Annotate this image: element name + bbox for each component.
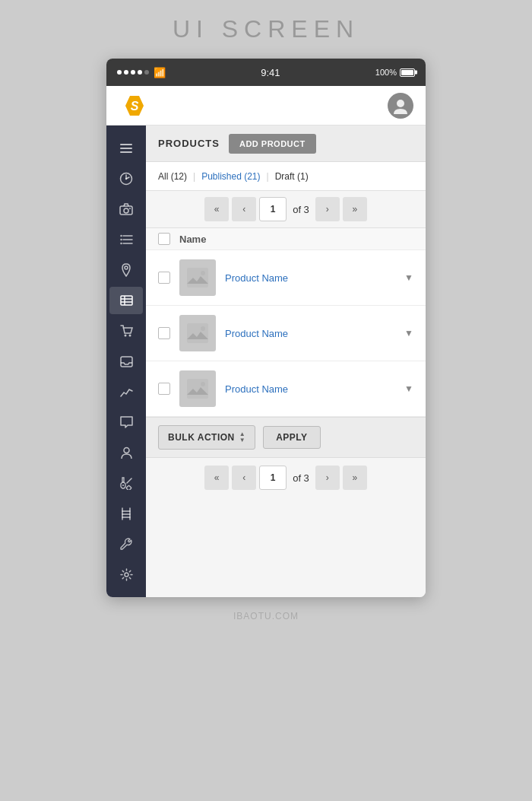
svg-line-25 <box>127 478 131 483</box>
last-page-button[interactable]: » <box>343 197 367 221</box>
content-header: PRODUCTS ADD PRODUCT <box>146 126 426 162</box>
sidebar-item-dashboard[interactable] <box>109 165 143 192</box>
tool-icon <box>120 477 132 490</box>
sidebar-item-pin[interactable] <box>109 256 143 284</box>
products-tab[interactable]: PRODUCTS <box>158 138 220 149</box>
avatar[interactable] <box>388 93 413 119</box>
sidebar-item-plugin[interactable] <box>109 500 143 527</box>
sidebar-item-list[interactable] <box>109 226 143 253</box>
select-all-checkbox[interactable] <box>158 233 170 245</box>
current-page-button[interactable]: 1 <box>259 197 287 221</box>
sidebar-item-products[interactable] <box>109 287 143 314</box>
svg-point-11 <box>120 235 122 237</box>
battery-icon <box>400 68 415 77</box>
prev-page-button[interactable]: ‹ <box>232 197 256 221</box>
bulk-action-bar: BULK ACTION ▲ ▼ APPLY <box>146 417 426 458</box>
product-info-3: Product Name <box>225 383 288 395</box>
dot3 <box>131 70 135 75</box>
first-page-button-bottom[interactable]: « <box>204 466 229 490</box>
product-name-3[interactable]: Product Name <box>225 383 288 395</box>
pagination-top: « ‹ 1 of 3 › » <box>146 191 426 228</box>
svg-point-14 <box>125 266 128 269</box>
product-dropdown-3[interactable]: ▼ <box>404 383 413 394</box>
product-info-1: Product Name <box>225 272 288 284</box>
svg-point-6 <box>124 208 128 213</box>
wrench-icon <box>120 538 132 551</box>
svg-point-13 <box>120 243 122 244</box>
sidebar-item-settings[interactable] <box>109 561 143 588</box>
settings-icon <box>120 568 133 581</box>
wifi-icon: 📶 <box>154 67 166 78</box>
sidebar-item-chat[interactable] <box>109 408 143 436</box>
sidebar <box>106 126 146 597</box>
image-placeholder-icon <box>186 378 209 399</box>
content-area: PRODUCTS ADD PRODUCT All (12) | Publishe… <box>146 126 426 597</box>
status-left: 📶 <box>117 67 166 78</box>
filter-all[interactable]: All (12) <box>158 171 187 182</box>
product-name-2[interactable]: Product Name <box>225 328 288 339</box>
grid-icon <box>120 295 133 306</box>
current-page-button-bottom[interactable]: 1 <box>259 466 287 490</box>
product-dropdown-2[interactable]: ▼ <box>404 328 413 339</box>
sidebar-item-user[interactable] <box>109 439 143 466</box>
sidebar-item-camera[interactable] <box>109 195 143 223</box>
sidebar-item-cart[interactable] <box>109 317 143 345</box>
footer-text: IBAOTU.COM <box>233 611 299 621</box>
menu-icon <box>120 144 132 153</box>
svg-point-35 <box>201 271 205 275</box>
first-page-button[interactable]: « <box>204 197 229 221</box>
status-right: 100% <box>375 68 415 77</box>
filter-separator2: | <box>267 171 269 182</box>
product-checkbox-1[interactable] <box>158 272 170 284</box>
filter-separator: | <box>193 171 195 182</box>
svg-point-7 <box>129 208 131 209</box>
svg-point-20 <box>128 334 131 336</box>
page-title: UI SCREEN <box>173 15 359 43</box>
product-thumbnail-1 <box>179 259 216 296</box>
last-page-button-bottom[interactable]: » <box>343 466 367 490</box>
svg-point-4 <box>125 178 127 180</box>
pin-icon <box>121 263 131 277</box>
filter-draft[interactable]: Draft (1) <box>275 171 309 182</box>
svg-point-19 <box>124 334 126 336</box>
product-dropdown-1[interactable]: ▼ <box>404 272 413 283</box>
apply-button[interactable]: APPLY <box>263 426 320 449</box>
page-wrapper: UI SCREEN 📶 9:41 100% <box>0 0 532 801</box>
chart-icon <box>120 386 133 398</box>
products-list: Name Product Name <box>146 228 426 417</box>
dot2 <box>124 70 128 75</box>
user-avatar-icon <box>392 97 409 114</box>
product-checkbox-2[interactable] <box>158 327 170 339</box>
sidebar-item-chart[interactable] <box>109 378 143 405</box>
chat-icon <box>120 416 133 428</box>
svg-point-41 <box>201 382 205 386</box>
sidebar-item-inbox[interactable] <box>109 348 143 375</box>
logo: S <box>119 94 150 118</box>
svg-point-38 <box>201 326 205 331</box>
filter-published[interactable]: Published (21) <box>201 171 260 182</box>
battery-fill <box>401 70 413 75</box>
bulk-action-label: BULK ACTION <box>168 432 235 443</box>
signal-dots <box>117 70 149 75</box>
battery-percent: 100% <box>375 68 397 77</box>
next-page-button[interactable]: › <box>315 197 340 221</box>
cart-icon <box>120 325 133 338</box>
product-name-1[interactable]: Product Name <box>225 272 288 284</box>
product-checkbox-3[interactable] <box>158 383 170 395</box>
bulk-action-arrows: ▲ ▼ <box>239 431 245 443</box>
dot5 <box>144 70 149 75</box>
sidebar-item-menu[interactable] <box>109 135 143 162</box>
svg-point-2 <box>397 100 404 107</box>
column-name-header: Name <box>179 234 206 245</box>
sidebar-item-tool[interactable] <box>109 469 143 497</box>
image-placeholder-icon <box>186 267 209 288</box>
camera-icon <box>119 203 133 215</box>
pagination-bottom: « ‹ 1 of 3 › » <box>146 458 426 497</box>
add-product-button[interactable]: ADD PRODUCT <box>229 134 316 154</box>
bulk-action-select[interactable]: BULK ACTION ▲ ▼ <box>158 425 255 450</box>
phone-frame: 📶 9:41 100% S <box>106 59 426 597</box>
sidebar-item-wrench[interactable] <box>109 530 143 558</box>
prev-page-button-bottom[interactable]: ‹ <box>232 466 256 490</box>
svg-rect-33 <box>187 268 208 288</box>
next-page-button-bottom[interactable]: › <box>315 466 340 490</box>
